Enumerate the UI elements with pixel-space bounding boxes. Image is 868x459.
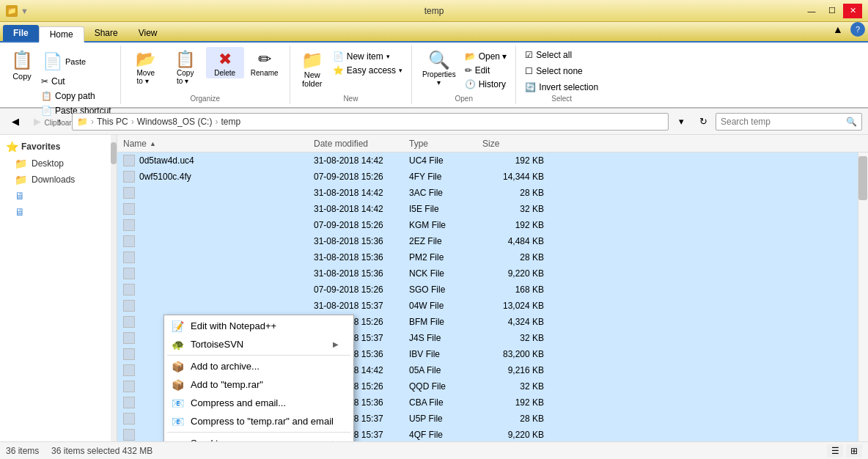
- delete-button[interactable]: ✖ Delete: [206, 47, 244, 78]
- cut-button[interactable]: ✂ Cut: [38, 75, 114, 88]
- extra2-icon: 🖥: [15, 206, 25, 218]
- file-cell-date: 31-08-2018 14:42: [308, 202, 403, 216]
- file-row[interactable]: 0wf5100c.4fy07-09-2018 15:264FY File14,3…: [117, 169, 868, 185]
- file-row[interactable]: 31-08-2018 15:36NCK File9,220 KB: [117, 265, 868, 282]
- file-cell-name: [117, 218, 308, 232]
- select-all-label: Select all: [536, 50, 572, 60]
- file-row[interactable]: 31-08-2018 15:362EZ File4,484 KB: [117, 233, 868, 249]
- tab-home[interactable]: Home: [39, 26, 84, 43]
- move-to-icon: 📂: [136, 50, 155, 69]
- col-header-size[interactable]: Size: [477, 135, 550, 152]
- dropdown-button[interactable]: ▾: [672, 113, 691, 131]
- file-cell-type: CBA File: [403, 396, 477, 409]
- rename-button[interactable]: ✏ Rename: [246, 47, 284, 78]
- properties-button[interactable]: 🔍 Properties▾: [418, 47, 460, 89]
- paste-group: 📄 Paste ✂ Cut 📋 Copy path 📄 Paste shortc…: [38, 47, 114, 117]
- path-drive[interactable]: Windows8_OS (C:): [137, 117, 213, 127]
- easy-access-label: Easy access: [347, 65, 396, 76]
- context-menu-item[interactable]: 📧Compress to "temp.rar" and email: [164, 412, 353, 430]
- context-menu-item[interactable]: 📦Add to archive...: [164, 357, 353, 375]
- move-to-button[interactable]: 📂 Moveto ▾: [127, 47, 165, 87]
- delete-label: Delete: [214, 69, 235, 77]
- refresh-button[interactable]: ↻: [694, 113, 713, 131]
- col-header-date[interactable]: Date modified: [308, 135, 403, 152]
- file-row[interactable]: 31-08-2018 14:423AC File28 KB: [117, 185, 868, 201]
- file-cell-name: [117, 282, 308, 297]
- history-button[interactable]: 🕐 History: [462, 78, 510, 91]
- file-cell-name: [117, 186, 308, 200]
- file-row[interactable]: 31-08-2018 15:36PM2 File28 KB: [117, 249, 868, 265]
- sidebar-scrollbar-thumb[interactable]: [111, 142, 117, 164]
- desktop-label: Desktop: [32, 158, 64, 169]
- details-view-button[interactable]: ☰: [827, 444, 843, 458]
- sidebar-item-extra1[interactable]: 🖥: [0, 188, 117, 204]
- sidebar-item-desktop[interactable]: 📁 Desktop: [0, 155, 117, 172]
- open-button[interactable]: 📂 Open ▾: [462, 50, 510, 63]
- file-cell-size: 83,200 KB: [477, 348, 550, 361]
- close-button[interactable]: ✕: [843, 4, 862, 18]
- tab-file[interactable]: File: [3, 25, 39, 41]
- maximize-button[interactable]: ☐: [823, 4, 842, 18]
- file-cell-size: 192 KB: [477, 154, 550, 167]
- icons-view-button[interactable]: ⊞: [846, 444, 862, 458]
- copy-path-icon: 📋: [41, 91, 52, 101]
- minimize-button[interactable]: —: [802, 4, 821, 18]
- file-row[interactable]: 07-09-2018 15:26KGM File192 KB: [117, 217, 868, 233]
- help-button[interactable]: ?: [850, 22, 865, 37]
- file-cell-size: 168 KB: [477, 283, 550, 296]
- file-name-text: 0wf5100c.4fy: [139, 172, 191, 182]
- copy-path-button[interactable]: 📋 Copy path: [38, 89, 114, 103]
- file-cell-size: 9,220 KB: [477, 428, 550, 441]
- properties-label: Properties▾: [422, 70, 456, 87]
- copy-button-large[interactable]: 📋 Copy: [6, 47, 38, 84]
- file-cell-date: 07-09-2018 15:26: [308, 283, 403, 296]
- forward-button[interactable]: ▶: [28, 113, 47, 131]
- context-menu: 📝Edit with Notepad++🐢TortoiseSVN▶📦Add to…: [163, 315, 354, 441]
- sidebar-scrollbar-track: [111, 135, 117, 441]
- context-menu-item-icon: 📦: [172, 379, 184, 391]
- ribbon-content: 📋 Copy 📄 Paste ✂ Cut 📋 Copy path 📄: [0, 43, 868, 109]
- select-all-button[interactable]: ☑ Select all: [522, 48, 601, 62]
- paste-button[interactable]: 📄 Paste: [38, 50, 114, 73]
- file-cell-name: [117, 250, 308, 265]
- tab-view[interactable]: View: [128, 25, 168, 41]
- new-folder-icon: 📁: [301, 50, 323, 70]
- ribbon-collapse-button[interactable]: ▲: [828, 21, 847, 38]
- up-button[interactable]: ↑: [50, 113, 69, 131]
- new-item-button[interactable]: 📄 New item ▾: [330, 50, 405, 63]
- address-path[interactable]: 📁 › This PC › Windows8_OS (C:) › temp: [72, 113, 669, 131]
- file-row[interactable]: 0d5taw4d.uc431-08-2018 14:42UC4 File192 …: [117, 153, 868, 169]
- extra1-icon: 🖥: [15, 190, 25, 202]
- copy-to-button[interactable]: 📋 Copyto ▾: [166, 47, 205, 87]
- sidebar-item-downloads[interactable]: 📁 Downloads: [0, 172, 117, 188]
- open-sub-group: 📂 Open ▾ ✏ Edit 🕐 History: [462, 47, 510, 91]
- select-none-button[interactable]: ☐ Select none: [522, 65, 601, 78]
- file-type-icon: [123, 251, 135, 263]
- search-input[interactable]: [721, 117, 846, 127]
- context-menu-item[interactable]: 📦Add to "temp.rar": [164, 375, 353, 394]
- col-header-name[interactable]: Name ▲: [117, 135, 308, 152]
- context-menu-item[interactable]: 🐢TortoiseSVN▶: [164, 335, 353, 353]
- tab-share[interactable]: Share: [84, 25, 128, 41]
- new-folder-button[interactable]: 📁 Newfolder: [296, 47, 328, 91]
- invert-selection-button[interactable]: 🔄 Invert selection: [522, 81, 601, 94]
- file-cell-date: 31-08-2018 15:37: [308, 299, 403, 312]
- back-button[interactable]: ◀: [6, 113, 25, 131]
- file-type-icon: [123, 397, 135, 408]
- file-row[interactable]: 31-08-2018 14:42I5E File32 KB: [117, 201, 868, 217]
- file-cell-type: U5P File: [403, 412, 477, 425]
- context-menu-item[interactable]: 📧Compress and email...: [164, 394, 353, 412]
- path-thispc[interactable]: This PC: [97, 117, 128, 127]
- edit-label: Edit: [475, 65, 490, 76]
- path-temp[interactable]: temp: [221, 117, 240, 127]
- paste-label: Paste: [65, 57, 86, 66]
- easy-access-button[interactable]: ⭐ Easy access ▾: [330, 64, 405, 77]
- file-row[interactable]: 31-08-2018 15:3704W File13,024 KB: [117, 298, 868, 314]
- file-scrollbar-thumb[interactable]: [858, 156, 867, 200]
- edit-button[interactable]: ✏ Edit: [462, 64, 510, 77]
- sidebar-item-extra2[interactable]: 🖥: [0, 204, 117, 220]
- col-header-type[interactable]: Type: [403, 135, 477, 152]
- context-menu-item[interactable]: ➡Send to▶: [164, 434, 353, 441]
- context-menu-item[interactable]: 📝Edit with Notepad++: [164, 317, 353, 335]
- file-row[interactable]: 07-09-2018 15:26SGO File168 KB: [117, 282, 868, 298]
